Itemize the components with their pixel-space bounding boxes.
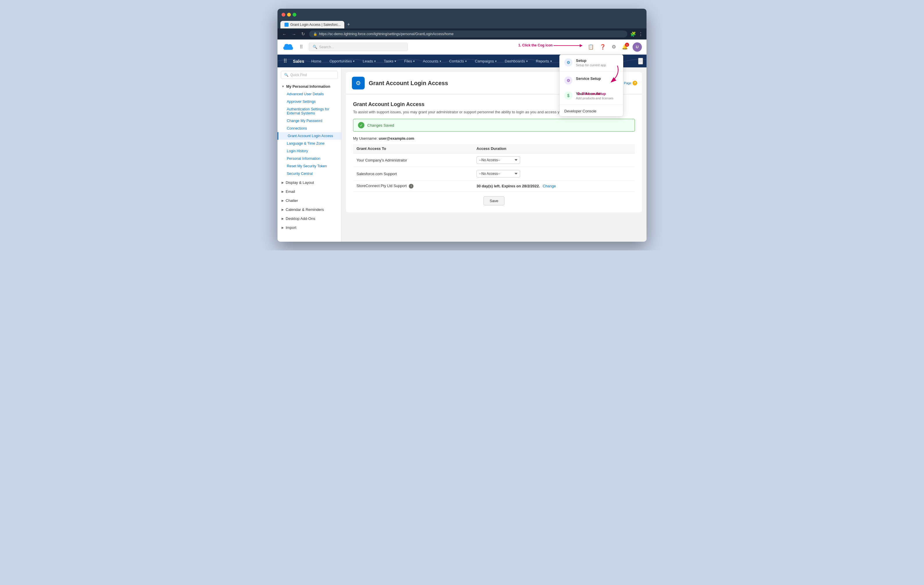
sidebar-item-change-password[interactable]: Change My Password <box>277 117 341 125</box>
opportunities-chevron: ▾ <box>353 59 355 63</box>
browser-menu-icon[interactable]: ⋮ <box>639 31 643 37</box>
save-button[interactable]: Save <box>483 196 505 205</box>
tasks-chevron: ▾ <box>394 59 396 63</box>
sidebar-section-personal-header[interactable]: ▼ My Personal Information <box>277 82 341 90</box>
header-icons: 📋 ❓ ⚙ 🔔 1 U <box>587 43 642 52</box>
personal-info-chevron: ▼ <box>282 85 284 88</box>
url-bar[interactable]: 🔒 https://sc-demo.lightning.force.com/li… <box>309 31 627 38</box>
tab-favicon <box>284 23 289 27</box>
display-layout-chevron: ▶ <box>282 181 284 184</box>
setup-menu-icon: ⚙ <box>564 58 573 66</box>
nav-item-home[interactable]: Home <box>308 57 325 66</box>
success-message: Changes Saved <box>367 123 394 127</box>
nav-item-accounts[interactable]: Accounts ▾ <box>419 57 444 66</box>
desktop-addons-label: Desktop Add-Ons <box>285 216 315 221</box>
sidebar-item-auth-settings[interactable]: Authentication Settings for External Sys… <box>277 105 341 117</box>
sf-support-access: --No Access-- 30 days 60 days 90 days 1 … <box>473 167 635 181</box>
app-switcher-button[interactable]: ⠿ <box>297 43 305 51</box>
sidebar-search-icon: 🔍 <box>284 73 289 77</box>
help-icon-button[interactable]: ❓ <box>599 43 607 51</box>
reload-button[interactable]: ↻ <box>300 31 306 37</box>
developer-console-menu-item[interactable]: Developer Console <box>559 106 623 116</box>
sidebar-section-import-header[interactable]: ▶ Import <box>277 224 341 231</box>
table-row-store-connect: StoreConnect Pty Ltd Support i 30 day(s)… <box>353 181 635 192</box>
sidebar-item-approver-settings[interactable]: Approver Settings <box>277 98 341 105</box>
accounts-chevron: ▾ <box>440 59 441 63</box>
app-launcher-button[interactable]: ⠿ <box>281 57 289 65</box>
help-question-icon: ? <box>632 81 637 86</box>
store-connect-access: 30 day(s) left. Expires on 28/2/2022. Ch… <box>473 181 635 192</box>
sidebar-section-import: ▶ Import <box>277 224 341 231</box>
tab-bar: Grant Login Access | Salesforc... ✕ + <box>277 20 647 28</box>
sidebar-item-login-history[interactable]: Login History <box>277 147 341 155</box>
sf-support-label: Salesforce.com Support <box>353 167 473 181</box>
waffle-icon-button[interactable]: 📋 <box>587 43 595 51</box>
salesforce-logo <box>282 43 294 51</box>
service-setup-icon: ⚙ <box>564 76 573 84</box>
sidebar-section-calendar-header[interactable]: ▶ Calendar & Reminders <box>277 206 341 214</box>
nav-item-files[interactable]: Files ▾ <box>401 57 418 66</box>
sidebar-item-advanced-user-details[interactable]: Advanced User Details <box>277 90 341 98</box>
search-icon: 🔍 <box>313 45 317 49</box>
back-button[interactable]: ← <box>281 31 288 37</box>
import-chevron: ▶ <box>282 226 284 229</box>
access-table: Grant Access To Access Duration Your Com… <box>353 144 635 192</box>
sidebar: 🔍 Quick Find ▼ My Personal Information A… <box>277 68 342 242</box>
notifications-button[interactable]: 🔔 1 <box>620 43 629 51</box>
traffic-lights <box>282 13 296 16</box>
store-connect-info-icon[interactable]: i <box>409 184 414 188</box>
nav-item-contacts[interactable]: Contacts ▾ <box>446 57 470 66</box>
sidebar-section-desktop-header[interactable]: ▶ Desktop Add-Ons <box>277 215 341 222</box>
store-connect-label: StoreConnect Pty Ltd Support i <box>353 181 473 192</box>
svg-marker-1 <box>580 44 582 47</box>
nav-item-dashboards[interactable]: Dashboards ▾ <box>501 57 531 66</box>
nav-item-campaigns[interactable]: Campaigns ▾ <box>471 57 500 66</box>
sidebar-item-reset-security[interactable]: Reset My Security Token <box>277 162 341 170</box>
close-button[interactable] <box>282 13 285 16</box>
calendar-chevron: ▶ <box>282 208 284 211</box>
sidebar-section-email-header[interactable]: ▶ Email <box>277 188 341 196</box>
user-avatar[interactable]: U <box>632 43 642 52</box>
sidebar-item-grant-login[interactable]: Grant Account Login Access <box>277 132 341 140</box>
page-icon-symbol: ⚙ <box>356 79 361 87</box>
company-admin-select[interactable]: --No Access-- 30 days 60 days 90 days 1 … <box>477 156 520 164</box>
nav-item-leads[interactable]: Leads ▾ <box>359 57 379 66</box>
company-admin-access: --No Access-- 30 days 60 days 90 days 1 … <box>473 153 635 167</box>
sidebar-search[interactable]: 🔍 Quick Find <box>281 71 338 79</box>
setup-cog-button[interactable]: ⚙ <box>610 43 617 51</box>
table-row-company-admin: Your Company's Administrator --No Access… <box>353 153 635 167</box>
col-access-duration: Access Duration <box>473 144 635 153</box>
contacts-chevron: ▾ <box>465 59 467 63</box>
setup-menu-title: Setup <box>576 58 606 63</box>
sidebar-item-personal-info[interactable]: Personal Information <box>277 155 341 162</box>
leads-chevron: ▾ <box>374 59 376 63</box>
sidebar-section-display-header[interactable]: ▶ Display & Layout <box>277 179 341 186</box>
help-page-link[interactable]: Page ? <box>624 81 637 86</box>
chatter-chevron: ▶ <box>282 199 284 202</box>
store-connect-change-link[interactable]: Change <box>543 184 556 188</box>
nav-item-tasks[interactable]: Tasks ▾ <box>380 57 399 66</box>
global-search[interactable]: 🔍 Search... <box>309 43 408 51</box>
sidebar-section-chatter-header[interactable]: ▶ Chatter <box>277 197 341 204</box>
active-tab[interactable]: Grant Login Access | Salesforc... ✕ <box>280 21 344 28</box>
display-layout-label: Display & Layout <box>285 180 314 185</box>
sidebar-section-display: ▶ Display & Layout <box>277 179 341 186</box>
forward-button[interactable]: → <box>290 31 297 37</box>
page-title: Grant Account Login Access <box>369 80 448 87</box>
tab-title: Grant Login Access | Salesforc... <box>290 23 341 27</box>
extensions-icon[interactable]: 🧩 <box>630 31 636 37</box>
nav-edit-button[interactable]: ✏ <box>638 58 643 64</box>
new-tab-button[interactable]: + <box>344 20 353 28</box>
nav-item-reports[interactable]: Reports ▾ <box>532 57 555 66</box>
your-account-subtitle: Add products and licenses <box>576 96 614 100</box>
search-placeholder: Search... <box>319 45 334 49</box>
dashboards-chevron: ▾ <box>526 59 528 63</box>
sidebar-item-language-timezone[interactable]: Language & Time Zone <box>277 140 341 147</box>
sidebar-item-connections[interactable]: Connections <box>277 125 341 132</box>
minimize-button[interactable] <box>287 13 291 16</box>
nav-item-opportunities[interactable]: Opportunities ▾ <box>326 57 358 66</box>
app-name: Sales <box>290 59 307 64</box>
sf-support-select[interactable]: --No Access-- 30 days 60 days 90 days 1 … <box>477 170 520 178</box>
sidebar-item-security-central[interactable]: Security Central <box>277 170 341 178</box>
maximize-button[interactable] <box>293 13 296 16</box>
